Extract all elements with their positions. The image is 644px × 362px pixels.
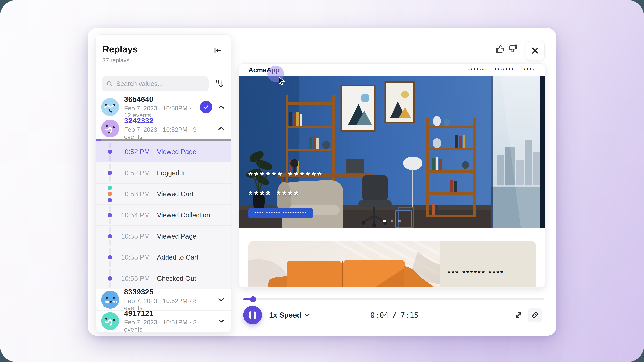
event-label: Logged In <box>157 169 187 177</box>
event-row[interactable]: 10:55 PM Added to Cart <box>96 247 231 268</box>
session-row[interactable]: 8339325 Feb 7, 2023 · 10:52PM · 8 events <box>96 289 231 310</box>
avatar <box>101 120 119 137</box>
search-row <box>96 71 231 96</box>
progress-handle[interactable] <box>250 296 256 302</box>
speed-selector[interactable]: 1x Speed <box>269 306 310 325</box>
hero-headline-masked-line1: ****** ****** <box>248 169 323 181</box>
hero-headline-masked-line2: **** **** <box>248 189 300 201</box>
event-time: 10:52 PM <box>121 148 152 156</box>
event-label: Added to Cart <box>157 254 198 261</box>
hero-cta-button-masked[interactable]: **** ****** ********** <box>248 208 313 218</box>
nav-item-masked[interactable]: ****** <box>468 67 485 73</box>
thumbs-up-icon <box>494 44 505 54</box>
carousel-dot[interactable] <box>398 220 401 222</box>
session-id: 3654640 <box>124 95 195 104</box>
event-row[interactable]: 10:53 PM Viewed Cart <box>96 183 231 204</box>
sidebar-header: Replays 37 replays <box>96 35 231 71</box>
carousel-dot[interactable] <box>383 220 386 222</box>
replay-viewport: AcmeApp ****** ******* **** <box>239 64 545 287</box>
event-row[interactable]: 10:56 PM Checked Out <box>96 268 231 289</box>
check-icon <box>203 104 210 110</box>
event-label: Viewed Cart <box>157 190 193 198</box>
sort-descending-icon <box>214 79 224 89</box>
event-time: 10:56 PM <box>121 275 152 282</box>
collapse-panel-icon <box>213 46 222 55</box>
session-progress-track[interactable] <box>96 139 231 141</box>
event-time: 10:55 PM <box>121 254 152 261</box>
event-row[interactable]: 10:55 PM Viewed Page <box>96 225 231 247</box>
thumbs-up-button[interactable] <box>494 44 505 55</box>
session-id: 8339325 <box>124 288 213 296</box>
collapse-sidebar-button[interactable] <box>213 46 222 55</box>
search-box[interactable] <box>102 76 209 91</box>
product-card[interactable]: *** ****** **** <box>248 241 536 287</box>
event-label: Viewed Collection <box>157 211 210 219</box>
pause-icon <box>250 311 252 319</box>
time-separator: / <box>392 311 397 320</box>
session-row[interactable]: 3654640 Feb 7, 2023 · 10:58PM · 12 event… <box>96 96 231 118</box>
carousel-dots[interactable] <box>383 220 401 222</box>
chevron-icon[interactable] <box>218 127 224 131</box>
replay-modal: Replays 37 replays <box>88 28 556 336</box>
avatar <box>101 98 119 116</box>
replays-sidebar: Replays 37 replays <box>95 34 232 333</box>
chevron-icon[interactable] <box>218 319 224 323</box>
event-time: 10:53 PM <box>121 190 152 198</box>
replay-count: 37 replays <box>102 57 222 64</box>
link-icon <box>531 311 539 319</box>
session-meta: Feb 7, 2023 · 10:52PM · 9 events <box>124 126 213 140</box>
event-row[interactable]: 10:54 PM Viewed Collection <box>96 204 231 225</box>
carousel-dot[interactable] <box>390 220 394 222</box>
search-icon <box>106 80 113 87</box>
event-row[interactable]: 10:52 PM Viewed Page <box>96 141 231 162</box>
session-row[interactable]: 3242332 Feb 7, 2023 · 10:52PM · 9 events <box>96 118 231 139</box>
speed-label: 1x Speed <box>269 311 301 319</box>
session-progress-fill <box>96 139 100 141</box>
chevron-down-icon <box>305 313 310 317</box>
hero-photo-office-scene <box>239 76 545 228</box>
session-id: 4917121 <box>124 309 213 318</box>
avatar <box>101 291 119 309</box>
event-time: 10:52 PM <box>121 169 152 177</box>
event-label: Viewed Page <box>157 148 196 156</box>
chevron-icon[interactable] <box>218 105 224 109</box>
event-row[interactable]: 10:52 PM Logged In <box>96 162 231 183</box>
progress-fill <box>243 298 251 300</box>
event-label: Viewed Page <box>157 232 196 240</box>
progress-bar[interactable] <box>243 298 544 300</box>
expand-icon <box>514 310 523 320</box>
site-nav: ****** ******* **** <box>468 67 535 73</box>
site-content: *** ****** **** <box>239 228 545 287</box>
nav-item-masked[interactable]: **** <box>524 67 535 73</box>
pause-button[interactable] <box>243 306 262 325</box>
time-display: 0:04 / 7:15 <box>361 306 428 325</box>
event-time: 10:55 PM <box>121 232 152 240</box>
session-id: 3242332 <box>124 117 213 125</box>
screen: Replays 37 replays <box>0 0 644 362</box>
chevron-icon[interactable] <box>218 298 224 302</box>
product-photo-sofa <box>248 241 440 287</box>
event-list: 10:52 PM Viewed Page 10:52 PM Logged In … <box>96 141 231 289</box>
watched-badge <box>200 101 212 113</box>
total-duration: 7:15 <box>400 311 418 320</box>
close-icon <box>531 47 539 54</box>
event-time: 10:54 PM <box>121 211 152 219</box>
product-card-panel: *** ****** **** <box>440 241 536 287</box>
event-label: Checked Out <box>157 275 196 282</box>
site-hero: ****** ****** **** **** **** ****** ****… <box>239 76 545 228</box>
replayed-site-topbar: AcmeApp ****** ******* **** <box>239 64 545 76</box>
session-row[interactable]: 4917121 Feb 7, 2023 · 10:51PM · 8 events <box>96 310 231 332</box>
current-time: 0:04 <box>370 311 388 320</box>
cursor-pointer-icon <box>278 76 287 86</box>
product-caption-masked: *** ****** **** <box>448 269 504 277</box>
nav-item-masked[interactable]: ******* <box>494 67 514 73</box>
thumbs-down-button[interactable] <box>509 44 520 55</box>
avatar <box>101 312 119 330</box>
copy-link-button[interactable] <box>528 308 542 322</box>
search-input[interactable] <box>116 80 204 88</box>
fullscreen-button[interactable] <box>513 310 524 321</box>
close-button[interactable] <box>526 41 545 60</box>
sort-filter-button[interactable] <box>213 78 225 90</box>
session-meta: Feb 7, 2023 · 10:51PM · 8 events <box>124 319 213 333</box>
thumbs-down-icon <box>509 44 520 54</box>
